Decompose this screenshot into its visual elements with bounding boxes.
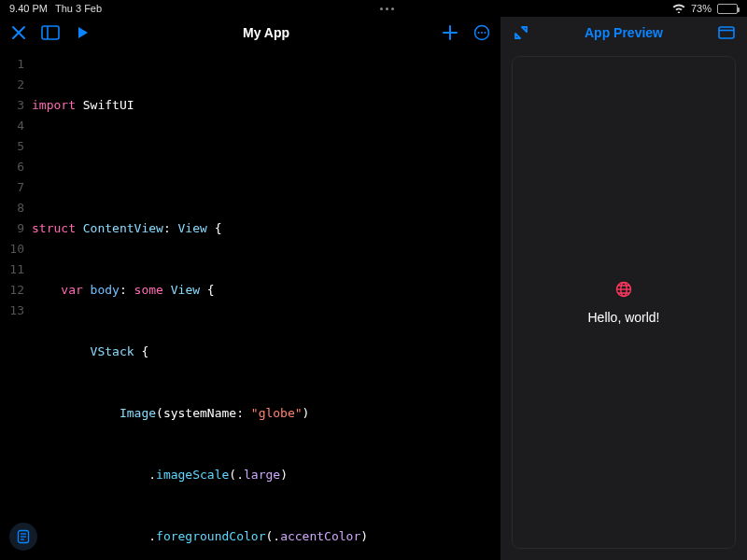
editor-header: My App	[0, 17, 500, 49]
code-editor[interactable]: 1 2 3 4 5 6 7 8 9 10 11 12 13 import Swi…	[0, 49, 500, 560]
preview-header: App Preview	[500, 17, 747, 49]
status-date: Thu 3 Feb	[55, 3, 102, 14]
preview-canvas: Hello, world!	[512, 56, 736, 549]
preview-pane: App Preview Hello, world!	[500, 17, 747, 560]
expand-icon[interactable]	[512, 23, 530, 42]
status-time: 9.40 PM	[9, 3, 48, 14]
svg-point-4	[481, 32, 483, 34]
editor-pane: My App 1 2 3 4 5 6 7 8 9 10 11 12	[0, 17, 500, 560]
preview-hello-text: Hello, world!	[587, 310, 659, 325]
documentation-button[interactable]	[9, 523, 37, 551]
run-button[interactable]	[73, 23, 92, 42]
code-content[interactable]: import SwiftUI struct ContentView: View …	[32, 54, 500, 560]
sidebar-toggle-icon[interactable]	[41, 23, 60, 42]
battery-percent: 73%	[691, 3, 712, 14]
preview-title: App Preview	[530, 25, 717, 40]
battery-icon	[717, 4, 738, 14]
line-gutter: 1 2 3 4 5 6 7 8 9 10 11 12 13	[0, 54, 32, 560]
close-icon[interactable]	[9, 23, 28, 42]
multitask-dots-icon[interactable]	[380, 7, 394, 10]
svg-rect-10	[719, 27, 734, 38]
window-icon[interactable]	[717, 23, 736, 42]
svg-point-3	[478, 32, 480, 34]
globe-icon	[615, 281, 632, 302]
svg-rect-0	[42, 26, 59, 39]
wifi-icon	[672, 3, 685, 15]
more-button[interactable]	[472, 23, 491, 42]
editor-title: My App	[105, 25, 428, 40]
add-button[interactable]	[441, 23, 459, 42]
svg-point-5	[485, 32, 486, 34]
status-bar: 9.40 PM Thu 3 Feb 73%	[0, 0, 747, 17]
